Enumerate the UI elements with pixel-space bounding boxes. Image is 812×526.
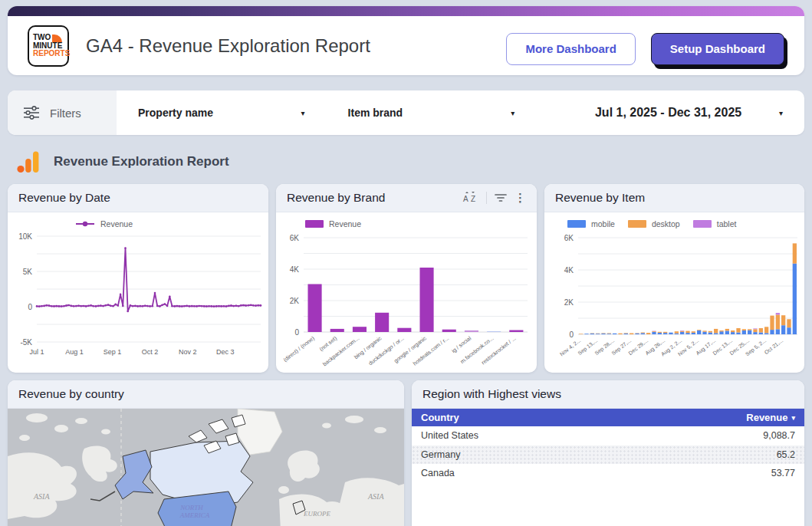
map-label-north: NORTH — [179, 504, 203, 511]
svg-text:6K: 6K — [290, 234, 300, 242]
logo-line-3: REPORTS — [33, 50, 64, 58]
sort-az-icon[interactable]: A Z — [462, 192, 478, 204]
revenue-by-country-header: Revenue by country — [8, 380, 404, 409]
page-title: GA4 - Revenue Exploration Report — [86, 35, 370, 57]
property-name-label: Property name — [138, 107, 213, 119]
chevron-down-icon: ▾ — [779, 109, 783, 117]
chevron-down-icon: ▾ — [511, 109, 514, 117]
svg-text:2K: 2K — [564, 298, 574, 307]
line-legend: Revenue — [8, 212, 268, 228]
table-row[interactable]: Canada 53.77 — [412, 464, 804, 483]
revenue-by-date-header: Revenue by Date — [8, 184, 268, 212]
country-cell: United States — [421, 430, 478, 441]
logo-line-1: TWO — [33, 34, 51, 42]
svg-text:4K: 4K — [290, 265, 300, 274]
svg-text:0: 0 — [28, 303, 32, 311]
svg-text:(direct) / (none): (direct) / (none) — [282, 334, 316, 363]
revenue-by-item-header: Revenue by Item — [544, 184, 804, 212]
svg-text:Z: Z — [471, 195, 475, 203]
revenue-by-date-card: Revenue by Date Revenue 10K5K0-5KJul 1Au… — [8, 184, 268, 373]
property-name-filter[interactable]: Property name ▾ — [117, 107, 327, 119]
svg-text:0: 0 — [294, 328, 299, 337]
svg-text:Oct 2: Oct 2 — [142, 348, 159, 356]
filters-bar: Filters Property name ▾ Item brand ▾ Jul… — [8, 90, 804, 135]
setup-dashboard-button[interactable]: Setup Dashboard — [651, 33, 784, 65]
svg-text:4K: 4K — [564, 266, 574, 275]
map-label-america: AMERICA — [179, 511, 210, 519]
legend-label: desktop — [652, 219, 680, 228]
table-header-row: Country Revenue ▾ — [412, 409, 804, 426]
revenue-by-item-chart[interactable]: 6K4K2K0Nov 4, 2...Sep 13,...Sep 28,...Se… — [544, 228, 804, 371]
stacked-legend: mobile desktop tablet — [544, 212, 804, 228]
svg-text:2K: 2K — [290, 297, 300, 305]
revenue-cell: 53.77 — [771, 468, 795, 478]
legend-label: Revenue — [329, 219, 361, 228]
tablet-swatch — [693, 220, 712, 228]
svg-text:A: A — [463, 195, 468, 203]
card-title: Revenue by Item — [555, 191, 645, 205]
map-label-asia-right: ASIA — [367, 492, 384, 501]
card-title: Revenue by Brand — [287, 191, 385, 205]
svg-text:0: 0 — [569, 330, 574, 339]
revenue-by-country-card: Revenue by country — [8, 380, 404, 526]
date-range-label: Jul 1, 2025 - Dec 31, 2025 — [557, 106, 779, 120]
more-dashboard-button[interactable]: More Dashboard — [506, 33, 635, 65]
svg-text:6K: 6K — [564, 234, 574, 242]
svg-text:Nov 2: Nov 2 — [179, 348, 197, 356]
bar-series-swatch — [305, 220, 324, 228]
item-brand-label: Item brand — [348, 107, 403, 119]
country-cell: Germany — [421, 449, 460, 460]
chevron-down-icon: ▾ — [301, 109, 305, 117]
sort-desc-icon: ▾ — [791, 414, 795, 422]
map-label-asia-left: ASIA — [33, 492, 50, 501]
svg-text:Jul 1: Jul 1 — [29, 348, 44, 356]
legend-label: tablet — [717, 219, 737, 228]
map-label-europe: EUROPE — [303, 510, 330, 518]
line-series-marker — [75, 220, 95, 228]
svg-text:5K: 5K — [23, 268, 33, 276]
card-title: Revenue by country — [18, 387, 124, 401]
item-brand-filter[interactable]: Item brand ▾ — [327, 107, 537, 119]
card-title: Region with Highest views — [422, 387, 561, 401]
toolbar-divider — [486, 192, 487, 204]
country-column-header[interactable]: Country — [421, 412, 459, 423]
revenue-cell: 9,088.7 — [763, 430, 795, 441]
legend-label: Revenue — [100, 219, 133, 228]
legend-label: mobile — [591, 219, 615, 228]
table-row[interactable]: United States 9,088.7 — [412, 426, 804, 445]
google-analytics-icon — [17, 150, 40, 173]
bar-legend: Revenue — [276, 212, 537, 228]
date-range-filter[interactable]: Jul 1, 2025 - Dec 31, 2025 ▾ — [536, 106, 804, 120]
table-row[interactable]: Germany 65.2 — [412, 445, 804, 465]
logo-quarter-circle-icon — [52, 35, 62, 42]
revenue-column-header[interactable]: Revenue ▾ — [746, 412, 795, 423]
header-card: TWO MINUTE REPORTS GA4 - Revenue Explora… — [8, 6, 804, 75]
header-gradient-bar — [8, 6, 804, 16]
region-table-header: Region with Highest views — [412, 380, 804, 409]
svg-text:Sep 1: Sep 1 — [104, 348, 122, 356]
mobile-swatch — [567, 220, 586, 228]
filters-tab[interactable]: Filters — [8, 90, 117, 135]
world-map[interactable]: ASIA NORTH AMERICA EUROPE ASIA — [8, 409, 404, 526]
filter-list-icon[interactable] — [495, 192, 507, 203]
revenue-by-brand-chart[interactable]: 6K4K2K0(direct) / (none)(not set)backpac… — [276, 228, 537, 371]
svg-text:10K: 10K — [18, 232, 32, 241]
svg-text:(not set): (not set) — [318, 334, 338, 352]
svg-text:Dec 3: Dec 3 — [216, 348, 235, 356]
svg-text:Aug 1: Aug 1 — [65, 348, 84, 356]
revenue-by-item-card: Revenue by Item mobile desktop tablet 6K… — [544, 184, 804, 373]
card-title: Revenue by Date — [18, 191, 110, 205]
country-cell: Canada — [421, 468, 455, 478]
svg-text:Oct 21,...: Oct 21,... — [764, 337, 784, 355]
section-title: Revenue Exploration Report — [54, 154, 229, 169]
filters-label: Filters — [50, 107, 81, 120]
sliders-icon — [23, 106, 40, 120]
revenue-by-date-chart[interactable]: 10K5K0-5KJul 1Aug 1Sep 1Oct 2Nov 2Dec 3 — [8, 228, 268, 371]
revenue-cell: 65.2 — [777, 449, 795, 460]
region-table-card: Region with Highest views Country Revenu… — [412, 380, 804, 526]
desktop-swatch — [628, 220, 646, 228]
two-minute-reports-logo: TWO MINUTE REPORTS — [28, 25, 69, 67]
svg-text:-5K: -5K — [20, 338, 32, 347]
more-options-icon[interactable]: ⋮ — [514, 191, 526, 205]
revenue-by-brand-card: Revenue by Brand A Z ⋮ Revenue 6K4K2K0(d… — [276, 184, 537, 373]
